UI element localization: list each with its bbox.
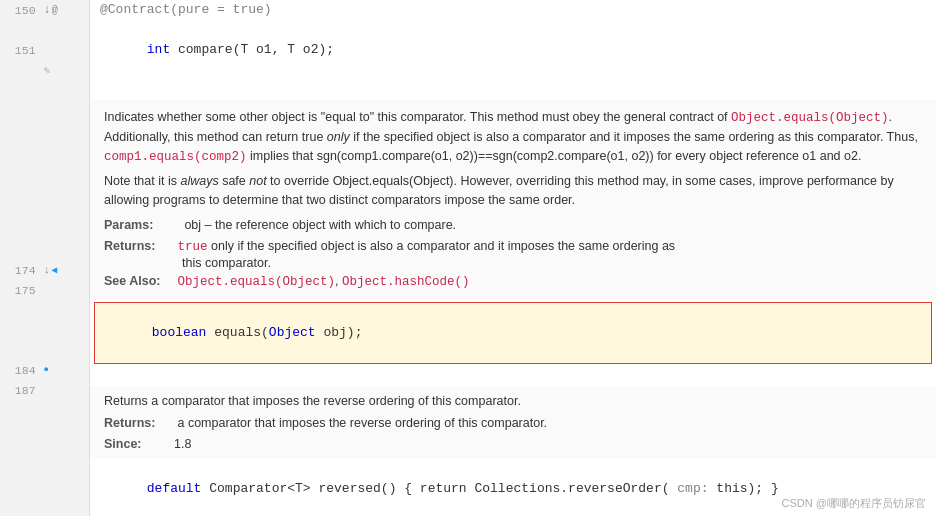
- line-num-184: 184: [0, 364, 42, 377]
- since-label: Since:: [104, 435, 174, 454]
- at-icon: @: [52, 5, 58, 16]
- seealso-value: Object.equals(Object), Object.hashCode(): [174, 272, 470, 292]
- editor-layout: 150 ↓ @ 151 ✎ 174 ↓: [0, 0, 936, 516]
- line-num-175: 175: [0, 284, 42, 297]
- green-arrow-174: ↓: [44, 264, 51, 276]
- doc-em-only: only: [327, 130, 350, 144]
- int-keyword: int: [147, 42, 170, 57]
- doc-returns-row: Returns: true only if the specified obje…: [104, 237, 922, 257]
- doc-code-2: comp1.equals(comp2): [104, 150, 247, 164]
- dot-icon-184: ●: [44, 365, 49, 375]
- code-content-area: @Contract(pure = true) int compare(T o1,…: [90, 0, 936, 516]
- compare-rest: compare(T o1, T o2);: [170, 42, 334, 57]
- returns-value-2: a comparator that imposes the reverse or…: [174, 414, 547, 433]
- doc-para-1: Indicates whether some other object is "…: [104, 108, 922, 172]
- equals-signature-line: boolean equals(Object obj);: [94, 302, 932, 364]
- gutter-icons-184: ●: [42, 365, 89, 375]
- last-gutter-space: [0, 400, 89, 420]
- doc-reversed-returns: Returns: a comparator that imposes the r…: [104, 414, 922, 433]
- equals-doc-block: Indicates whether some other object is "…: [90, 100, 936, 300]
- cmp-param: cmp:: [677, 481, 708, 496]
- contract-annotation-line: @Contract(pure = true): [90, 0, 936, 20]
- doc-code-1: Object.equals(Object): [731, 111, 889, 125]
- line-num-174: 174: [0, 264, 42, 277]
- doc-reversed-para1: Returns a comparator that imposes the re…: [104, 392, 922, 414]
- doc-em-not: not: [249, 174, 266, 188]
- returns-indent: this comparator.: [104, 256, 922, 270]
- line-number-gutter: 150 ↓ @ 151 ✎ 174 ↓: [0, 0, 90, 516]
- doc-para-2: Note that it is always safe not to overr…: [104, 172, 922, 216]
- reversed-rest: Comparator<T> reversed() { return Collec…: [201, 481, 677, 496]
- doc-em-always: always: [180, 174, 218, 188]
- returns-label: Returns:: [104, 237, 174, 257]
- returns-true-code: true: [177, 240, 207, 254]
- gutter-174: 174 ↓ ◀: [0, 260, 89, 280]
- gutter-184: 184 ●: [0, 360, 89, 380]
- object-type: Object: [269, 325, 316, 340]
- blank-line-151: [90, 80, 936, 100]
- doc-seealso-row: See Also: Object.equals(Object), Object.…: [104, 272, 922, 292]
- boolean-keyword: boolean: [152, 325, 207, 340]
- down-arrow-icon: ↓: [44, 3, 51, 17]
- blank-line-175: [90, 366, 936, 386]
- default-keyword: default: [147, 481, 202, 496]
- doc-gutter-space: [0, 80, 89, 260]
- seealso-label: See Also:: [104, 272, 174, 292]
- gutter-pencil: ✎: [0, 60, 89, 80]
- pencil-icon: ✎: [44, 64, 51, 77]
- gutter-187: 187: [0, 380, 89, 400]
- returns-value: true only if the specified object is als…: [174, 237, 675, 257]
- reversed-this: this); }: [709, 481, 779, 496]
- gutter-151: 151: [0, 40, 89, 60]
- gutter-150: 150 ↓ @: [0, 0, 89, 20]
- doc2-gutter-space: [0, 300, 89, 360]
- blue-chevron-174: ◀: [51, 264, 57, 276]
- returns-label-2: Returns:: [104, 414, 174, 433]
- gutter-icons-150: ↓ @: [42, 3, 89, 17]
- line-num-151: 151: [0, 44, 42, 57]
- params-value: obj – the reference object with which to…: [174, 216, 456, 235]
- seealso-code1: Object.equals(Object): [177, 275, 335, 289]
- equals-rest2: obj);: [316, 325, 363, 340]
- line-num-187: 187: [0, 384, 42, 397]
- doc-params-row: Params: obj – the reference object with …: [104, 216, 922, 235]
- line-num-150: 150: [0, 4, 42, 17]
- since-value: 1.8: [174, 435, 191, 454]
- equals-rest: equals(: [206, 325, 268, 340]
- seealso-code2: Object.hashCode(): [342, 275, 470, 289]
- watermark-text: CSDN @哪哪的程序员钫尿官: [782, 496, 926, 511]
- gutter-icons-pencil: ✎: [42, 64, 89, 77]
- reversed-doc-block: Returns a comparator that imposes the re…: [90, 386, 936, 459]
- gutter-int: [0, 20, 89, 40]
- doc-since-row: Since: 1.8: [104, 435, 922, 454]
- gutter-icons-174: ↓ ◀: [42, 264, 89, 276]
- params-label: Params:: [104, 216, 174, 235]
- gutter-175: 175: [0, 280, 89, 300]
- compare-signature-line: int compare(T o1, T o2);: [90, 20, 936, 80]
